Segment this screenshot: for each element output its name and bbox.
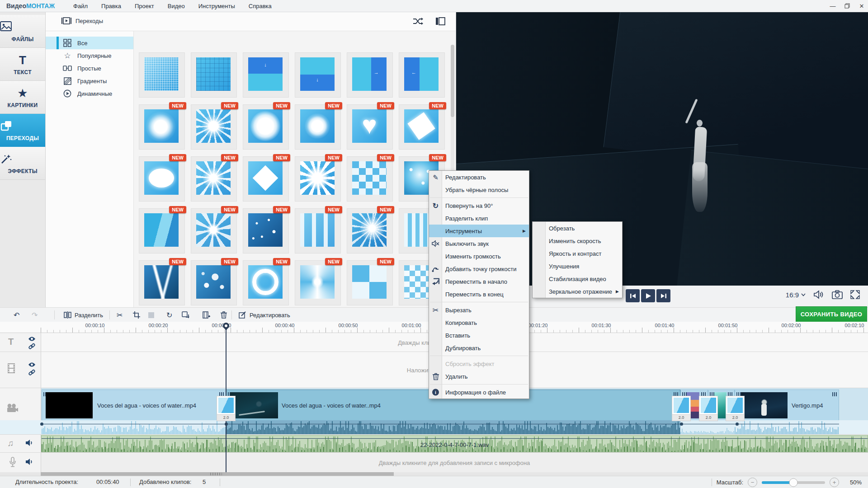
transition-card-squares4[interactable]: NEW: [347, 260, 393, 305]
context-menu-item-1[interactable]: ✎Редактировать: [429, 171, 529, 183]
transition-card-grid[interactable]: [191, 52, 237, 98]
context-menu-item-11[interactable]: Переместить в конец: [429, 288, 529, 300]
snapshot-camera-icon[interactable]: [832, 290, 843, 299]
transition-card-split-top[interactable]: ↓: [243, 52, 289, 98]
transition-card-blob[interactable]: NEW: [139, 104, 185, 150]
cut-button[interactable]: ✂: [117, 308, 123, 322]
clip-grip[interactable]: [832, 392, 837, 396]
shuffle-icon[interactable]: [412, 16, 423, 26]
eye-icon[interactable]: [28, 362, 36, 367]
save-video-button[interactable]: СОХРАНИТЬ ВИДЕО: [796, 306, 867, 322]
fullscreen-icon[interactable]: [850, 290, 860, 299]
volume-envelope-point[interactable]: [680, 422, 683, 426]
transition-card-sunburst[interactable]: NEW: [191, 104, 237, 150]
link-icon[interactable]: [28, 343, 35, 350]
volume-envelope-line[interactable]: [42, 424, 839, 424]
context-menu-item-7[interactable]: Выключить звук: [429, 237, 529, 250]
track-transition[interactable]: 2.0: [699, 396, 718, 421]
panel-layout-icon[interactable]: [435, 16, 446, 26]
transition-card-heart[interactable]: NEW: [347, 104, 393, 150]
transition-card-spikes[interactable]: NEW: [295, 156, 341, 202]
context-menu-item-4[interactable]: ↻Повернуть на 90°: [429, 199, 529, 212]
speaker-icon[interactable]: [25, 439, 34, 446]
stop-button[interactable]: [148, 308, 154, 322]
transition-card-split-right[interactable]: →: [347, 52, 393, 98]
volume-envelope-point[interactable]: [40, 422, 43, 426]
transition-card-split-left[interactable]: ←: [399, 52, 445, 98]
context-menu-item-14[interactable]: Копировать: [429, 316, 529, 329]
link-icon[interactable]: [28, 369, 35, 376]
category-gradients[interactable]: Градиенты: [46, 75, 133, 87]
rotate-button[interactable]: ↻: [166, 308, 172, 322]
menu-item-4[interactable]: Видео: [161, 1, 192, 11]
transition-card-ring[interactable]: NEW: [243, 260, 289, 305]
volume-icon[interactable]: [813, 290, 824, 299]
sidebar-item-transitions[interactable]: ПЕРЕХОДЫ: [0, 114, 45, 147]
split-button[interactable]: Разделить: [64, 308, 103, 322]
aspect-ratio-select[interactable]: 16:9: [786, 291, 806, 299]
submenu-item-4[interactable]: Улучшения: [533, 260, 622, 272]
transition-card-diamond[interactable]: NEW: [399, 104, 445, 150]
restore-button[interactable]: [844, 2, 851, 9]
menu-item-3[interactable]: Проект: [128, 1, 161, 11]
context-menu-item-2[interactable]: Убрать чёрные полосы: [429, 183, 529, 196]
transition-card-softsquare[interactable]: NEW: [243, 104, 289, 150]
transition-card-mosaic[interactable]: [139, 52, 185, 98]
edit-button[interactable]: Редактировать: [239, 308, 290, 322]
transition-card-lightning[interactable]: NEW: [139, 260, 185, 305]
context-menu-item-10[interactable]: Переместить в начало: [429, 275, 529, 288]
context-menu-item-6[interactable]: Инструменты▶: [429, 225, 529, 237]
minimize-button[interactable]: —: [829, 2, 836, 9]
transition-card-diamond2[interactable]: NEW: [243, 156, 289, 202]
crop-button[interactable]: [133, 308, 140, 322]
transition-card-rays[interactable]: NEW: [347, 208, 393, 253]
audio-track[interactable]: ♫ 22-2022-0-4-7-00-7-1.wav: [0, 435, 868, 453]
transition-card-checker[interactable]: NEW: [347, 156, 393, 202]
zoom-out-button[interactable]: −: [748, 478, 757, 487]
mic-track[interactable]: Дважды кликните для добавления записи с …: [0, 453, 868, 473]
add-clip-button[interactable]: [203, 308, 210, 322]
sidebar-item-text[interactable]: TТЕКСТ: [0, 48, 45, 81]
context-menu-item-21[interactable]: iИнформация о файле: [429, 386, 529, 399]
transition-card-flower[interactable]: NEW: [191, 208, 237, 253]
transition-card-swirlcircle[interactable]: NEW: [295, 104, 341, 150]
zoom-slider[interactable]: [762, 481, 825, 484]
context-menu-item-9[interactable]: Добавить точку громкости: [429, 263, 529, 275]
transition-card-sparkle[interactable]: NEW: [243, 208, 289, 253]
next-frame-button[interactable]: [656, 289, 670, 302]
sidebar-item-files[interactable]: ФАЙЛЫ: [0, 15, 45, 48]
context-menu-item-19[interactable]: Удалить: [429, 370, 529, 383]
submenu-item-5[interactable]: Стабилизация видео: [533, 272, 622, 285]
context-menu-item-5[interactable]: Разделить клип: [429, 212, 529, 225]
submenu-item-6[interactable]: Зеркальное отражение▶: [533, 285, 622, 298]
context-menu-item-16[interactable]: Дублировать: [429, 342, 529, 354]
zoom-in-button[interactable]: +: [830, 478, 839, 487]
transition-card-sunswirl[interactable]: NEW: [191, 156, 237, 202]
submenu-item-1[interactable]: Обрезать: [533, 222, 622, 235]
delete-button[interactable]: [221, 308, 227, 322]
category-all[interactable]: Все: [46, 37, 133, 49]
audio-clip[interactable]: 22-2022-0-4-7-00-7-1.wav: [41, 435, 868, 452]
sidebar-item-effects[interactable]: ЭФФЕКТЫ: [0, 147, 45, 180]
track-transition[interactable]: 2.0: [726, 396, 745, 421]
context-menu-item-8[interactable]: Изменить громкость: [429, 250, 529, 263]
video-clip-5[interactable]: Vertigo.mp4: [735, 389, 839, 421]
menu-item-6[interactable]: Справка: [242, 1, 278, 11]
speaker-icon[interactable]: [25, 458, 34, 465]
redo-button[interactable]: ↷: [32, 308, 38, 322]
menu-item-1[interactable]: Файл: [66, 1, 94, 11]
context-menu-item-15[interactable]: Вставить: [429, 329, 529, 342]
prev-frame-button[interactable]: [626, 289, 640, 302]
track-transition[interactable]: 2.0: [217, 396, 236, 421]
undo-button[interactable]: ↶: [14, 308, 19, 322]
menu-item-2[interactable]: Правка: [94, 1, 128, 11]
replace-button[interactable]: [182, 308, 189, 322]
menu-item-5[interactable]: Инструменты: [192, 1, 242, 11]
category-simple[interactable]: Простые: [46, 62, 133, 75]
transition-card-split-bottom[interactable]: ↓: [295, 52, 341, 98]
video-clip-1[interactable]: Voces del agua - voices of water..mp4: [42, 389, 226, 421]
eye-icon[interactable]: [28, 336, 36, 342]
transition-card-oval[interactable]: NEW: [139, 156, 185, 202]
close-button[interactable]: ✕: [858, 2, 865, 9]
submenu-item-3[interactable]: Яркость и контраст: [533, 247, 622, 260]
